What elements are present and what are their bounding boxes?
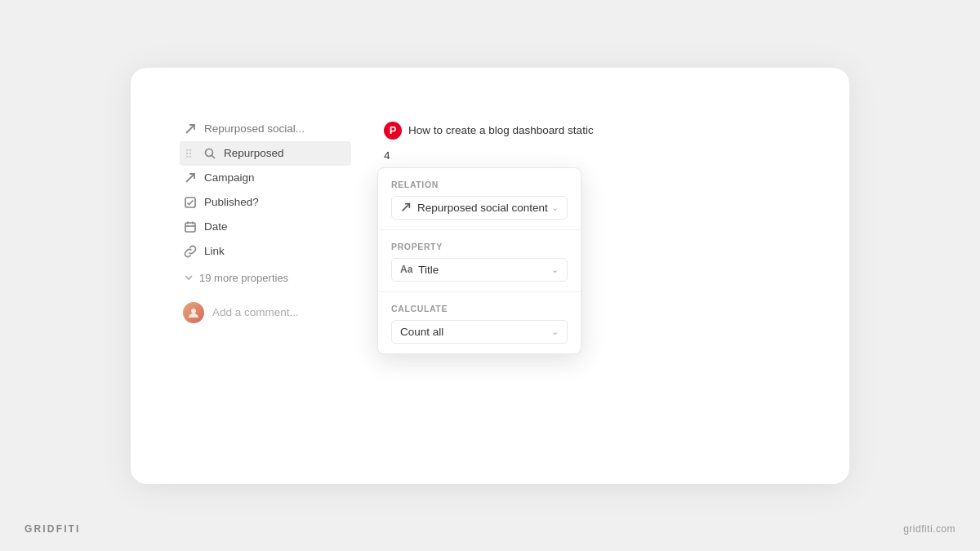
checkbox-icon bbox=[183, 195, 198, 210]
comment-row: Add a comment... bbox=[180, 295, 351, 330]
property-label: PROPERTY bbox=[391, 242, 568, 251]
property-row-date[interactable]: Date bbox=[180, 215, 351, 239]
link-icon bbox=[183, 244, 198, 259]
relation-label: RELATION bbox=[391, 180, 568, 189]
property-label-published: Published? bbox=[204, 196, 259, 208]
svg-point-6 bbox=[189, 155, 191, 157]
calculate-chevron-icon: ⌄ bbox=[551, 327, 559, 337]
svg-line-0 bbox=[186, 125, 194, 133]
relation-chevron-icon: ⌄ bbox=[551, 202, 559, 213]
relation-value: Repurposed social content bbox=[417, 202, 548, 214]
calculate-section: CALCULATE Count all ⌄ bbox=[378, 292, 581, 353]
property-section: PROPERTY Aa Title ⌄ bbox=[378, 230, 581, 292]
arrow-up-right-icon bbox=[183, 122, 198, 136]
property-label-date: Date bbox=[204, 220, 228, 233]
brand-left: GRIDFITI bbox=[24, 523, 81, 535]
properties-panel: Repurposed social... Repur bbox=[180, 117, 351, 330]
property-value: Title bbox=[418, 264, 439, 276]
property-select-inner: Aa Title bbox=[400, 264, 439, 276]
text-type-icon: Aa bbox=[400, 264, 412, 275]
svg-point-1 bbox=[186, 149, 188, 150]
svg-line-16 bbox=[403, 204, 410, 211]
svg-point-7 bbox=[206, 149, 213, 156]
calendar-icon bbox=[183, 220, 198, 234]
content-title: How to create a blog dashboard static bbox=[408, 124, 594, 136]
dropdown-panel: RELATION Repurposed social content ⌄ bbox=[377, 167, 581, 354]
svg-point-3 bbox=[186, 152, 188, 153]
property-row-published[interactable]: Published? bbox=[180, 190, 351, 215]
property-label-repurposed-social: Repurposed social... bbox=[204, 122, 305, 135]
drag-handle-icon bbox=[183, 148, 194, 159]
bottom-bar: GRIDFITI gridfiti.com bbox=[0, 523, 980, 535]
arrow-up-right-icon-2 bbox=[183, 171, 198, 185]
calculate-select[interactable]: Count all ⌄ bbox=[391, 320, 568, 344]
avatar bbox=[183, 302, 204, 323]
svg-point-2 bbox=[189, 149, 191, 150]
property-select[interactable]: Aa Title ⌄ bbox=[391, 258, 568, 282]
relation-select[interactable]: Repurposed social content ⌄ bbox=[391, 196, 568, 220]
property-row-link[interactable]: Link bbox=[180, 239, 351, 264]
relation-arrow-icon bbox=[400, 202, 412, 213]
property-label-link: Link bbox=[204, 245, 225, 257]
property-chevron-icon: ⌄ bbox=[551, 264, 559, 275]
search-icon bbox=[203, 146, 217, 161]
property-row-repurposed[interactable]: Repurposed bbox=[180, 141, 351, 166]
more-properties-row[interactable]: 19 more properties bbox=[180, 267, 351, 289]
main-card: Repurposed social... Repur bbox=[131, 68, 849, 484]
chevron-down-icon bbox=[183, 272, 194, 283]
property-row-repurposed-social[interactable]: Repurposed social... bbox=[180, 117, 351, 141]
relation-section: RELATION Repurposed social content ⌄ bbox=[378, 168, 581, 230]
property-label-campaign: Campaign bbox=[204, 171, 255, 184]
more-properties-label: 19 more properties bbox=[199, 272, 288, 284]
svg-point-4 bbox=[189, 152, 191, 153]
count-value: 4 bbox=[384, 144, 800, 167]
calculate-label: CALCULATE bbox=[391, 304, 568, 313]
svg-rect-11 bbox=[185, 223, 195, 232]
calculate-select-inner: Count all bbox=[400, 326, 443, 338]
pinterest-icon: P bbox=[384, 122, 402, 140]
relation-select-inner: Repurposed social content bbox=[400, 202, 548, 214]
svg-line-9 bbox=[186, 174, 194, 182]
svg-point-5 bbox=[186, 155, 188, 157]
svg-line-8 bbox=[212, 155, 216, 158]
svg-point-15 bbox=[191, 309, 196, 313]
content-title-row: P How to create a blog dashboard static bbox=[384, 117, 800, 144]
calculate-value: Count all bbox=[400, 326, 443, 338]
brand-right: gridfiti.com bbox=[903, 523, 956, 535]
comment-input[interactable]: Add a comment... bbox=[212, 306, 299, 318]
right-panel: P How to create a blog dashboard static … bbox=[351, 117, 800, 167]
count-row-container: 4 RELATION Repurposed social content bbox=[384, 144, 800, 167]
property-label-repurposed: Repurposed bbox=[224, 147, 284, 159]
property-row-campaign[interactable]: Campaign bbox=[180, 166, 351, 190]
